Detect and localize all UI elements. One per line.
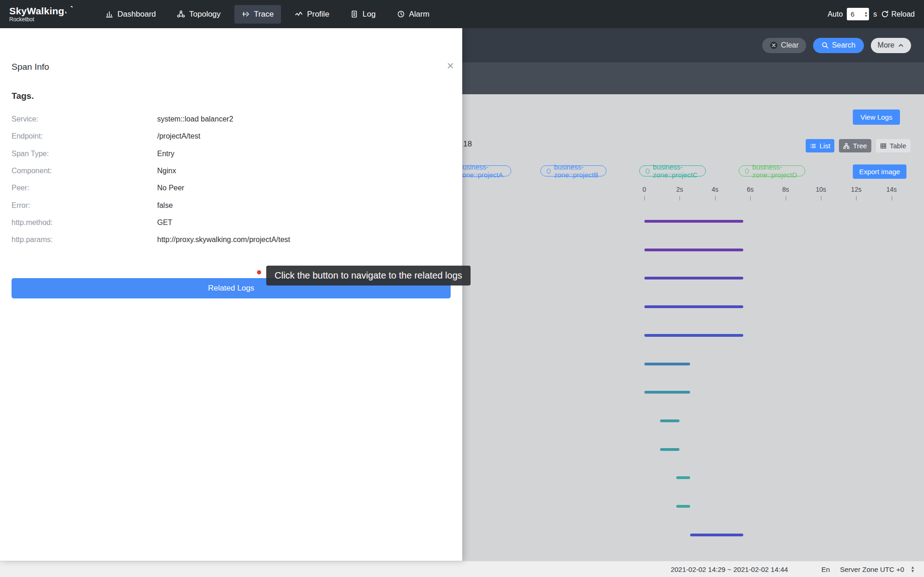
trace-span-bar[interactable]: [644, 277, 743, 279]
axis-tick-mark: [679, 196, 680, 200]
trace-span-bar[interactable]: [644, 334, 743, 337]
span-info-row: Error:false: [0, 201, 462, 212]
auto-interval-value: 6: [851, 10, 854, 18]
trace-span-bar[interactable]: [644, 391, 690, 394]
span-info-row: Component:Nginx: [0, 167, 462, 177]
tag-label: Error:: [12, 201, 30, 210]
service-chip-label: business-zone::projectB: [554, 163, 600, 179]
view-mode-switch: List Tree Table: [806, 139, 911, 152]
span-info-row: Endpoint:/projectA/test: [0, 132, 462, 142]
nav-item-dashboard[interactable]: Dashboard: [98, 5, 163, 24]
tag-value: Entry: [157, 150, 174, 158]
nav-label: Dashboard: [117, 10, 156, 19]
view-mode-table-button[interactable]: Table: [876, 139, 911, 152]
timezone-stepper-icon[interactable]: ▲▼: [911, 565, 915, 573]
reload-icon: [881, 10, 889, 18]
axis-tick-mark: [786, 196, 786, 200]
close-icon[interactable]: ×: [447, 60, 454, 72]
tag-label: http.params:: [12, 236, 53, 244]
main-nav: Dashboard Topology Trace Profile Log Ala…: [98, 5, 437, 24]
service-chip-label: business-zone::projectC: [653, 163, 699, 179]
axis-tick-mark: [750, 196, 751, 200]
trace-span-bar[interactable]: [644, 363, 690, 365]
nav-label: Trace: [254, 10, 274, 19]
view-mode-label: Table: [890, 142, 906, 150]
more-button[interactable]: More: [871, 38, 911, 53]
trace-span-bar[interactable]: [676, 476, 691, 479]
view-mode-label: List: [820, 142, 830, 150]
export-image-button[interactable]: Export image: [853, 164, 906, 179]
nav-item-profile[interactable]: Profile: [288, 5, 337, 24]
language-toggle[interactable]: En: [821, 565, 830, 573]
tag-value: http://proxy.skywalking.com/projectA/tes…: [157, 236, 290, 244]
stepper-icon[interactable]: ▲▼: [864, 11, 868, 18]
nav-label: Topology: [189, 10, 220, 19]
nav-item-log[interactable]: Log: [343, 5, 383, 24]
span-info-row: Peer:No Peer: [0, 184, 462, 194]
logo-swoosh-icon: [65, 6, 73, 13]
span-info-row: http.params:http://proxy.skywalking.com/…: [0, 236, 462, 246]
tag-label: Peer:: [12, 184, 29, 192]
clear-button[interactable]: Clear: [762, 38, 806, 53]
clear-label: Clear: [781, 41, 799, 49]
axis-tick-label: 6s: [747, 186, 754, 193]
trace-span-bar[interactable]: [690, 534, 743, 536]
trace-span-bar[interactable]: [660, 448, 679, 451]
nav-item-alarm[interactable]: Alarm: [390, 5, 437, 24]
trace-span-bar[interactable]: [644, 220, 743, 223]
logo-subtitle: Rocketbot: [9, 17, 73, 23]
axis-tick-label: 12s: [851, 186, 862, 193]
search-icon: [821, 42, 829, 49]
tag-value: Nginx: [157, 167, 176, 175]
chevron-up-icon: [898, 42, 904, 49]
nav-label: Profile: [307, 10, 329, 19]
trace-span-bar[interactable]: [676, 505, 691, 508]
axis-tick-label: 10s: [816, 186, 826, 193]
axis-tick-label: 8s: [782, 186, 789, 193]
view-mode-tree-button[interactable]: Tree: [839, 139, 871, 152]
nav-item-topology[interactable]: Topology: [170, 5, 228, 24]
view-mode-list-button[interactable]: List: [806, 139, 834, 152]
axis-tick-mark: [644, 196, 645, 200]
service-ring-icon: [646, 169, 649, 174]
auto-unit-label: s: [873, 10, 877, 18]
trace-span-bar[interactable]: [644, 305, 743, 308]
timezone-label: Server Zone UTC +0: [840, 565, 904, 573]
search-label: Search: [832, 41, 856, 49]
tag-label: Component:: [12, 167, 52, 175]
axis-tick-label: 4s: [711, 186, 718, 193]
tag-value: No Peer: [157, 184, 184, 192]
trace-span-bar[interactable]: [644, 249, 743, 251]
axis-tick-label: 14s: [887, 186, 897, 193]
trace-span-bar[interactable]: [660, 419, 679, 422]
list-icon: [810, 143, 816, 149]
nav-label: Log: [362, 10, 375, 19]
top-navbar: SkyWalking Rocketbot Dashboard Topology …: [0, 0, 924, 28]
tooltip: Click the button to navigate to the rela…: [266, 266, 471, 285]
skywalking-app: SkyWalking Rocketbot Dashboard Topology …: [0, 0, 924, 577]
profile-icon: [295, 10, 303, 18]
view-logs-button[interactable]: View Logs: [853, 109, 900, 125]
service-chip[interactable]: business-zone::projectD: [739, 165, 805, 176]
footer-bar: 2021-02-02 14:29 ~ 2021-02-02 14:44 En S…: [0, 561, 924, 577]
reload-button[interactable]: Reload: [881, 10, 915, 18]
nav-label: Alarm: [409, 10, 429, 19]
service-ring-icon: [745, 169, 749, 174]
axis-tick-mark: [821, 196, 821, 200]
tag-value: system::load balancer2: [157, 115, 233, 123]
service-chip-label: business-zone::projectA: [459, 163, 505, 179]
axis-tick-mark: [856, 196, 857, 200]
table-icon: [880, 143, 887, 149]
service-chip[interactable]: business-zone::projectC: [639, 165, 706, 176]
service-chip[interactable]: business-zone::projectB: [540, 165, 606, 176]
time-range[interactable]: 2021-02-02 14:29 ~ 2021-02-02 14:44: [671, 565, 788, 573]
tag-value: false: [157, 201, 173, 210]
log-icon: [350, 10, 358, 18]
span-info-row: Span Type:Entry: [0, 150, 462, 160]
service-ring-icon: [547, 169, 551, 174]
nav-item-trace[interactable]: Trace: [234, 5, 281, 24]
auto-interval-input[interactable]: 6 ▲▼: [847, 8, 869, 20]
search-button[interactable]: Search: [813, 38, 864, 53]
tag-label: http.method:: [12, 219, 53, 227]
tag-value: /projectA/test: [157, 132, 200, 140]
